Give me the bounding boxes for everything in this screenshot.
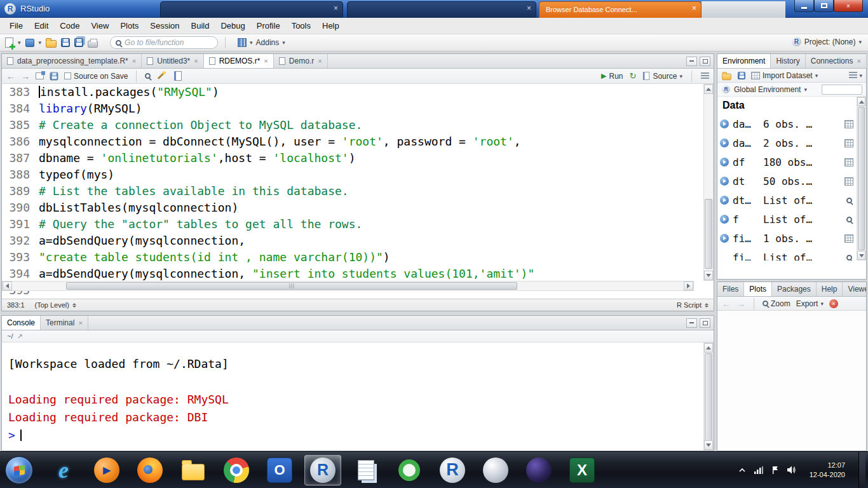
console-output-area[interactable]: [Workspace loaded from ~/.RData] Loading… <box>2 342 714 451</box>
environment-object-row[interactable]: da…6 obs. … <box>717 114 866 133</box>
environment-scope-label[interactable]: Global Environment <box>734 85 801 94</box>
save-icon[interactable] <box>61 38 70 47</box>
tab-history[interactable]: History <box>771 54 805 68</box>
scrollbar-thumb[interactable] <box>705 199 712 269</box>
find-replace-icon[interactable] <box>145 73 151 79</box>
object-expand-icon[interactable] <box>720 158 729 166</box>
load-workspace-icon[interactable] <box>722 73 731 79</box>
object-expand-icon[interactable] <box>720 139 729 147</box>
source-tab[interactable]: Untitled3*× <box>142 54 203 68</box>
maximize-pane-button[interactable] <box>700 318 710 328</box>
console-tab-terminal[interactable]: Terminal× <box>41 316 88 330</box>
previous-plot-icon[interactable]: ← <box>722 299 731 308</box>
taskbar-internet-explorer[interactable]: e <box>45 455 82 485</box>
scrollbar-thumb[interactable] <box>66 282 517 290</box>
remove-plot-icon[interactable]: × <box>829 299 838 308</box>
taskbar-outlook[interactable]: O <box>261 455 298 485</box>
object-expand-icon[interactable] <box>720 177 729 186</box>
print-icon[interactable] <box>88 41 98 48</box>
menu-build[interactable]: Build <box>186 18 215 34</box>
compile-report-icon[interactable] <box>174 71 182 81</box>
open-file-icon[interactable] <box>46 40 57 48</box>
scroll-up-button[interactable] <box>704 343 713 353</box>
environment-object-row[interactable]: fList of… <box>717 210 866 229</box>
project-selector[interactable]: R Project: (None) ▾ <box>792 37 862 46</box>
taskbar-file-explorer[interactable] <box>175 455 212 485</box>
start-button[interactable] <box>5 456 33 484</box>
menu-tools[interactable]: Tools <box>286 18 316 34</box>
goto-file-input[interactable] <box>125 38 208 47</box>
volume-icon[interactable] <box>787 466 796 474</box>
environment-scrollbar[interactable] <box>857 97 866 261</box>
taskbar-firefox[interactable] <box>132 455 168 485</box>
scroll-up-button[interactable] <box>857 97 865 106</box>
object-expand-icon[interactable] <box>720 215 729 224</box>
view-table-icon[interactable] <box>844 158 853 166</box>
menu-edit[interactable]: Edit <box>29 18 54 34</box>
environment-object-row[interactable]: df180 obs… <box>717 152 866 172</box>
close-tab-icon[interactable]: × <box>78 320 82 327</box>
environment-search-input[interactable] <box>822 85 862 95</box>
console-tab-console[interactable]: Console <box>2 316 41 330</box>
rerun-icon[interactable]: ↻ <box>630 72 637 80</box>
source-tab[interactable]: data_preprocessing_template.R*× <box>2 54 142 68</box>
menu-plots[interactable]: Plots <box>114 18 144 34</box>
scrollbar-thumb[interactable] <box>858 107 865 250</box>
inspect-object-icon[interactable] <box>846 198 852 203</box>
source-tab[interactable]: Demo.r× <box>274 54 328 68</box>
addins-button[interactable]: ▾ Addins ▾ <box>238 38 285 47</box>
menu-session[interactable]: Session <box>144 18 185 34</box>
close-tab-icon[interactable]: × <box>318 58 322 65</box>
menu-code[interactable]: Code <box>54 18 85 34</box>
new-project-dropdown-icon[interactable]: ▾ <box>39 39 42 46</box>
taskbar-media-player[interactable]: ▶ <box>88 455 125 485</box>
menu-file[interactable]: File <box>4 18 29 34</box>
close-tab-icon[interactable]: × <box>527 5 531 12</box>
minimize-pane-button[interactable] <box>686 318 697 328</box>
maximize-pane-button[interactable] <box>700 57 710 66</box>
scroll-down-button[interactable] <box>857 251 865 260</box>
run-button[interactable]: ▶ Run <box>601 72 623 81</box>
environment-object-row[interactable]: dt50 obs.… <box>717 172 866 191</box>
editor-vertical-scrollbar[interactable] <box>703 84 714 281</box>
console-scrollbar[interactable] <box>703 342 714 451</box>
view-table-icon[interactable] <box>844 120 853 128</box>
tab-plots[interactable]: Plots <box>744 282 772 296</box>
save-workspace-icon[interactable] <box>738 72 745 79</box>
editor-horizontal-scrollbar[interactable] <box>2 281 694 291</box>
save-all-icon[interactable] <box>74 38 83 47</box>
scroll-left-button[interactable] <box>3 281 12 290</box>
menu-debug[interactable]: Debug <box>215 18 250 34</box>
import-dataset-button[interactable]: Import Dataset ▾ <box>751 71 818 80</box>
source-on-save-checkbox[interactable] <box>64 72 71 79</box>
source-button[interactable]: Source ▾ <box>642 71 682 81</box>
close-tab-icon[interactable]: × <box>194 58 198 65</box>
close-tab-icon[interactable]: × <box>857 58 860 65</box>
minimize-pane-button[interactable] <box>686 57 697 66</box>
hidden-icons-arrow[interactable] <box>738 467 746 473</box>
action-center-flag-icon[interactable] <box>771 466 779 474</box>
close-tab-icon[interactable]: × <box>264 58 268 65</box>
taskbar-sphere-app[interactable] <box>477 455 514 485</box>
maximize-button[interactable] <box>814 0 834 12</box>
taskbar-clock[interactable]: 12:07 12-04-2020 <box>810 461 845 480</box>
scroll-right-button[interactable] <box>684 281 693 290</box>
network-icon[interactable] <box>754 466 763 474</box>
close-tab-icon[interactable]: × <box>334 5 338 12</box>
environment-object-row[interactable]: dt…List of… <box>717 191 866 210</box>
taskbar-eclipse[interactable] <box>520 455 557 485</box>
code-editor[interactable]: 383install.packages("RMySQL")384library(… <box>2 84 714 299</box>
menu-profile[interactable]: Profile <box>251 18 286 34</box>
environment-view-toggle[interactable]: ▾ <box>849 72 862 79</box>
taskbar-rstudio[interactable]: R <box>304 455 341 485</box>
source-on-save-toggle[interactable]: Source on Save <box>64 72 128 81</box>
inspect-object-icon[interactable] <box>846 255 852 261</box>
new-file-icon[interactable] <box>5 37 13 48</box>
scrollbar-thumb[interactable] <box>705 353 712 441</box>
nav-back-icon[interactable]: ← <box>6 72 15 81</box>
minimize-button[interactable] <box>794 0 814 12</box>
taskbar-documents[interactable] <box>348 455 384 485</box>
environment-object-row[interactable]: fi…List of… <box>717 248 866 261</box>
taskbar-excel[interactable]: X <box>564 455 600 485</box>
inspect-object-icon[interactable] <box>846 217 852 222</box>
